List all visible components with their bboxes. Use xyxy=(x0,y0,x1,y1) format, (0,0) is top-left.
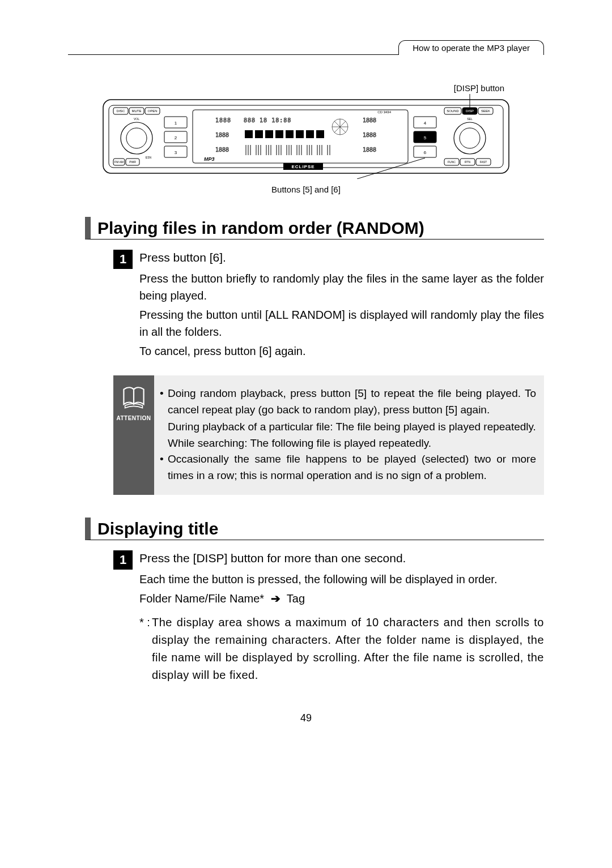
attention-content: • Doing random playback, press button [5… xyxy=(154,375,544,495)
svg-text:SOUND: SOUND xyxy=(447,109,459,113)
display-sequence: Folder Name/File Name* ➔ Tag xyxy=(139,590,544,607)
body-text: Pressing the button until [ALL RANDOM] i… xyxy=(139,306,544,340)
svg-text:1888: 1888 xyxy=(363,147,376,153)
svg-text:CD 3434: CD 3434 xyxy=(377,110,391,114)
svg-text:1: 1 xyxy=(175,121,177,126)
attention-text: Occasionally the same file happens to be… xyxy=(168,451,536,484)
car-stereo-diagram: DISC MUTE OPEN VOL FM AM PWR ESN 1 xyxy=(102,94,510,181)
section-heading-random: Playing files in random order (RANDOM) xyxy=(85,217,544,240)
svg-text:DISP: DISP xyxy=(466,109,474,113)
attention-label: ATTENTION xyxy=(113,415,154,421)
seq-item: Folder Name/File Name* xyxy=(139,592,264,605)
svg-rect-43 xyxy=(316,130,324,138)
body-text: Press the button briefly to randomly pla… xyxy=(139,270,544,304)
svg-text:4: 4 xyxy=(424,121,427,126)
svg-text:1888: 1888 xyxy=(215,132,229,138)
svg-rect-40 xyxy=(286,130,294,138)
step-number-icon: 1 xyxy=(113,550,133,570)
svg-text:SEL: SEL xyxy=(467,117,473,121)
footnote: * : The display area shows a maximum of … xyxy=(139,614,544,684)
attention-text: While searching: The following file is p… xyxy=(168,435,536,452)
svg-text:888  18 18:88: 888 18 18:88 xyxy=(244,117,291,123)
svg-point-10 xyxy=(126,128,147,148)
step-title: Press the [DISP] button for more than on… xyxy=(139,551,544,565)
svg-text:VOL: VOL xyxy=(134,117,139,121)
book-icon xyxy=(121,386,146,411)
svg-text:PWR: PWR xyxy=(129,160,136,164)
svg-text:FAST: FAST xyxy=(480,160,487,164)
svg-text:6: 6 xyxy=(424,150,427,155)
svg-rect-36 xyxy=(245,130,253,138)
attention-box: ATTENTION • Doing random playback, press… xyxy=(113,375,544,495)
svg-text:1888: 1888 xyxy=(363,117,376,123)
section-heading-title: Displaying title xyxy=(85,518,544,540)
buttons-5-6-callout: Buttons [5] and [6] xyxy=(102,185,510,194)
svg-rect-39 xyxy=(275,130,283,138)
svg-text:FM AM: FM AM xyxy=(114,160,124,164)
svg-point-88 xyxy=(460,128,480,148)
svg-text:FUNC: FUNC xyxy=(448,160,456,164)
svg-text:3: 3 xyxy=(175,150,177,155)
svg-text:SEEK: SEEK xyxy=(481,109,490,113)
svg-rect-38 xyxy=(265,130,273,138)
body-text: To cancel, press button [6] again. xyxy=(139,343,544,360)
svg-line-96 xyxy=(357,158,425,179)
svg-text:MP3: MP3 xyxy=(204,156,215,162)
footnote-text: The display area shows a maximum of 10 c… xyxy=(152,614,544,684)
seq-item: Tag xyxy=(287,592,305,605)
arrow-icon: ➔ xyxy=(271,592,280,605)
bullet-icon: • xyxy=(160,451,168,484)
svg-text:5: 5 xyxy=(424,135,427,140)
svg-text:RTN: RTN xyxy=(465,160,471,164)
svg-point-87 xyxy=(454,122,486,154)
disp-button-callout: [DISP] button xyxy=(68,83,504,93)
svg-text:MUTE: MUTE xyxy=(132,109,142,113)
step-1-random: 1 Press button [6]. Press the button bri… xyxy=(113,249,544,362)
footnote-star: * : xyxy=(139,614,152,684)
step-number-icon: 1 xyxy=(113,250,133,269)
attention-text: During playback of a particular file: Th… xyxy=(168,419,536,435)
svg-text:ECLIPSE: ECLIPSE xyxy=(291,164,314,169)
bullet-icon: • xyxy=(160,386,168,418)
svg-text:1888: 1888 xyxy=(215,147,229,153)
page-number: 49 xyxy=(68,712,544,724)
svg-text:DISC: DISC xyxy=(117,109,125,113)
svg-text:ESN: ESN xyxy=(146,156,152,159)
header-tab: How to operate the MP3 player xyxy=(398,40,544,55)
step-title: Press button [6]. xyxy=(139,251,544,264)
svg-rect-41 xyxy=(296,130,304,138)
svg-text:2: 2 xyxy=(175,135,177,140)
svg-point-9 xyxy=(121,122,152,154)
svg-rect-42 xyxy=(306,130,314,138)
attention-sidebar: ATTENTION xyxy=(113,375,154,495)
step-1-title: 1 Press the [DISP] button for more than … xyxy=(113,549,544,684)
svg-text:1888: 1888 xyxy=(363,132,376,138)
attention-text: Doing random playback, press button [5] … xyxy=(168,386,536,418)
svg-text:1888: 1888 xyxy=(215,117,231,123)
stereo-svg: DISC MUTE OPEN VOL FM AM PWR ESN 1 xyxy=(102,94,510,179)
header-bar: How to operate the MP3 player xyxy=(68,40,544,55)
manual-page: How to operate the MP3 player [DISP] but… xyxy=(0,0,612,747)
svg-text:OPEN: OPEN xyxy=(147,109,157,113)
body-text: Each time the button is pressed, the fol… xyxy=(139,571,544,588)
svg-rect-37 xyxy=(255,130,263,138)
